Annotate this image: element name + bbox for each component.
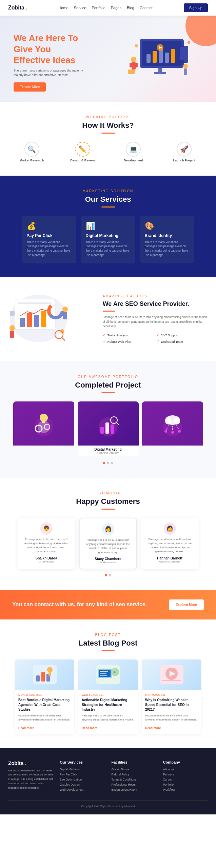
tdot-1[interactable]	[105, 574, 107, 576]
svg-rect-15	[130, 63, 132, 67]
dot-2[interactable]	[107, 462, 109, 464]
blog-read-3[interactable]: Read more	[145, 726, 161, 730]
footer-company-2[interactable]: Partners	[163, 773, 208, 776]
bi-desc: There are many variations passages and p…	[145, 240, 190, 257]
signup-button[interactable]: Sign Up	[184, 3, 208, 12]
ppc-desc: There are many variations passages and p…	[27, 240, 72, 257]
footer-service-2[interactable]: Pay Per Click	[60, 773, 104, 776]
ppc-title: Pay Per Click	[27, 233, 72, 238]
hero-description: There are many variations of passages th…	[14, 68, 88, 78]
blog-image-3	[142, 659, 201, 690]
seo-text: AMAZING FEATURES We Are SEO Service Prov…	[103, 294, 208, 344]
feature-webplan: ✓ Robust Web Plan	[103, 339, 154, 344]
footer-facility-2[interactable]: Refund Policy	[112, 773, 156, 776]
blog-date-2: WED 11 AUG 121	[82, 693, 134, 696]
nav-blog[interactable]: Blog	[127, 6, 134, 10]
footer-facility-5[interactable]: Endorsement Room	[112, 788, 156, 791]
nav-portfolio[interactable]: Portfolio	[92, 6, 105, 10]
svg-rect-66	[48, 672, 51, 676]
tdot-2[interactable]	[109, 574, 111, 576]
services-section: MARKETING SOLUTION Our Services 💰 Pay Pe…	[0, 176, 216, 277]
blog-date-3: MON 9 AUG 121	[145, 693, 198, 696]
footer-facility-4[interactable]: Professional Result	[112, 783, 156, 786]
services-grid: 💰 Pay Per Click There are many variation…	[8, 216, 208, 263]
feature-traffic: ✓ Traffic Analysis	[103, 333, 154, 337]
blog-post-3: MON 9 AUG 121 Why is Optimizing Website …	[142, 659, 201, 734]
svg-rect-70	[100, 671, 108, 672]
services-title: Our Services	[8, 195, 208, 204]
portfolio-label: OUR AWESOME PORTFOLIO	[8, 375, 208, 379]
svg-rect-10	[154, 72, 166, 74]
blog-post-1: MON 16 AUG 2021 Best Boutique Digital Ma…	[15, 659, 74, 734]
service-ppc: 💰 Pay Per Click There are many variation…	[22, 216, 76, 263]
svg-rect-32	[10, 331, 14, 338]
footer-facilities-col: Facilities Official Notice Refund Policy…	[112, 760, 156, 792]
step-launch-project: 🚀 Launch Project	[167, 142, 201, 162]
footer-company-3[interactable]: Career	[163, 778, 208, 781]
svg-rect-12	[180, 47, 187, 60]
seo-svg	[8, 291, 71, 347]
seo-title: We Are SEO Service Provider.	[103, 300, 208, 308]
blog-read-1[interactable]: Read more	[18, 726, 34, 730]
blog-content-3: MON 9 AUG 121 Why is Optimizing Website …	[142, 690, 201, 734]
footer-company-5[interactable]: Workflow	[163, 788, 208, 791]
cta-text: You can contact with us, for any kind of…	[12, 601, 147, 608]
svg-rect-21	[128, 70, 135, 74]
footer-facility-1[interactable]: Official Notice	[112, 768, 156, 771]
launch-icon: 🚀	[177, 142, 192, 157]
step-label: Design & Review	[70, 159, 95, 162]
seo-divider	[103, 311, 115, 312]
footer-services-list: Digital Marketing Pay Per Click Seo Opti…	[60, 768, 104, 791]
footer-service-5[interactable]: Web Development	[60, 788, 104, 791]
footer-facility-3[interactable]: Terms & Conditions	[112, 778, 156, 781]
portfolio-item-2: Digital Marketing Planning Strategy	[78, 401, 139, 456]
nav-home[interactable]: Home	[58, 6, 68, 10]
footer-service-3[interactable]: Seo Optimization	[60, 778, 104, 781]
nav-pages[interactable]: Pages	[111, 6, 121, 10]
svg-rect-2	[146, 54, 151, 63]
footer-company-4[interactable]: Portfolio	[163, 783, 208, 786]
hiw-steps: 🔍 Market Research ✏️ Design & Review 💻 D…	[8, 142, 208, 162]
svg-line-38	[62, 338, 65, 340]
checkmark-icon: ✓	[103, 339, 106, 344]
svg-point-53	[165, 418, 172, 425]
testimonial-name-2: Stacy Chambers	[84, 557, 132, 561]
nav-links: Home Service Portfolio Pages Blog Contac…	[58, 6, 153, 10]
explore-button[interactable]: Explore More	[14, 82, 46, 92]
dot-3[interactable]	[111, 462, 113, 464]
blog-read-2[interactable]: Read more	[82, 726, 98, 730]
svg-point-54	[173, 418, 180, 425]
svg-point-65	[47, 667, 53, 672]
svg-point-58	[164, 430, 167, 433]
testimonials-section: TESTIMONIAL Happy Customers 👨 Passage ne…	[0, 478, 216, 590]
footer-service-1[interactable]: Digital Marketing	[60, 768, 104, 771]
footer-facilities-title: Facilities	[112, 760, 156, 764]
portfolio-title-2: Digital Marketing	[80, 448, 136, 451]
dot-1[interactable]	[103, 462, 105, 464]
testimonial-name-3: Hannah Barnett	[145, 556, 195, 560]
portfolio-item-1	[13, 401, 74, 456]
footer-company-col: Company About us Partners Career Portfol…	[163, 760, 208, 792]
service-digital-marketing: 📊 Digital Marketing There are many varia…	[81, 216, 135, 263]
seo-section: AMAZING FEATURES We Are SEO Service Prov…	[0, 277, 216, 361]
bi-icon: 🎨	[145, 222, 190, 231]
checkmark-icon: ✓	[156, 333, 159, 337]
footer-company-1[interactable]: About us	[163, 768, 208, 771]
footer-about: Zobita. It is a long established fact th…	[8, 760, 53, 792]
portfolio-image-1	[13, 401, 74, 446]
nav-service[interactable]: Service	[74, 6, 86, 10]
svg-point-13	[131, 57, 136, 62]
blog-label: BLOG POST	[8, 633, 208, 637]
nav-contact[interactable]: Contact	[140, 6, 153, 10]
hiw-title: How It Works?	[8, 121, 208, 130]
footer-service-4[interactable]: Graphic Design	[60, 783, 104, 786]
svg-rect-25	[20, 318, 25, 327]
testimonial-1: 👨 Passage need to be sure there isn't an…	[18, 518, 75, 569]
logo-text: Zobita	[8, 5, 24, 11]
blog-title: Latest Blog Post	[8, 639, 208, 648]
portfolio-divider	[101, 392, 115, 393]
svg-rect-71	[100, 673, 106, 674]
cta-button[interactable]: Explore More	[169, 599, 204, 610]
footer-copyright: Copyright © All Rights Reserved by ultro…	[8, 800, 208, 808]
blog-grid: MON 16 AUG 2021 Best Boutique Digital Ma…	[8, 659, 208, 734]
